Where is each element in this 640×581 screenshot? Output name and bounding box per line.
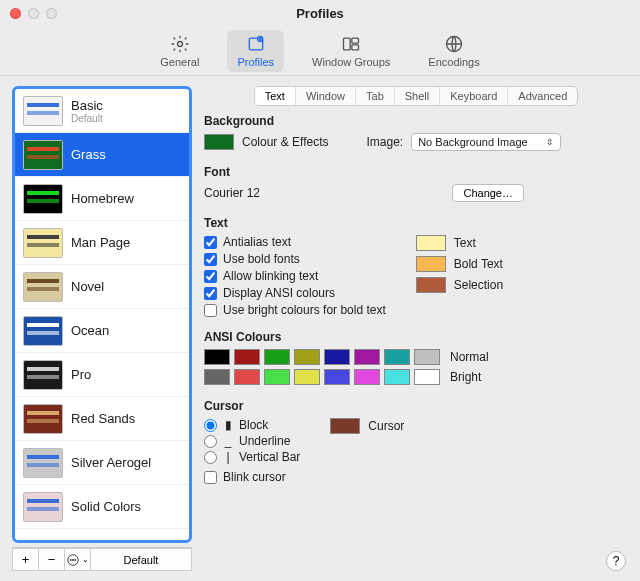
- toolbar-general[interactable]: General: [150, 30, 209, 72]
- profile-thumbnail: [23, 96, 63, 126]
- profile-thumbnail: [23, 228, 63, 258]
- profile-thumbnail: [23, 448, 63, 478]
- prefs-toolbar: General Profiles Window Groups Encodings: [0, 26, 640, 76]
- profile-item[interactable]: Man Page: [15, 221, 189, 265]
- toolbar-encodings[interactable]: Encodings: [418, 30, 489, 72]
- main-panel: TextWindowTabShellKeyboardAdvanced Backg…: [204, 86, 628, 571]
- add-profile-button[interactable]: +: [12, 548, 38, 571]
- window-groups-icon: [341, 34, 361, 54]
- profile-item[interactable]: Silver Aerogel: [15, 441, 189, 485]
- ansi-color-well[interactable]: [354, 369, 380, 385]
- profile-item[interactable]: Red Sands: [15, 397, 189, 441]
- profile-name: Pro: [71, 367, 91, 382]
- chevron-down-icon: ⌄: [82, 555, 89, 564]
- profile-tab[interactable]: Window: [296, 87, 356, 105]
- background-color-label: Colour & Effects: [242, 135, 328, 149]
- background-image-select[interactable]: No Background Image ⇳: [411, 133, 561, 151]
- ansi-color-well[interactable]: [414, 369, 440, 385]
- updown-icon: ⇳: [546, 137, 554, 147]
- profiles-icon: [246, 34, 266, 54]
- profile-tab[interactable]: Text: [255, 87, 296, 105]
- bold-text-color-well[interactable]: [416, 256, 446, 272]
- change-font-button[interactable]: Change…: [452, 184, 524, 202]
- toolbar-window-groups[interactable]: Window Groups: [302, 30, 400, 72]
- ansi-heading: ANSI Colours: [204, 330, 628, 344]
- selection-color-well[interactable]: [416, 277, 446, 293]
- profile-thumbnail: [23, 404, 63, 434]
- bright-bold-checkbox[interactable]: Use bright colours for bold text: [204, 303, 386, 317]
- cursor-block-radio[interactable]: ▮Block: [204, 418, 300, 432]
- profile-item[interactable]: Ocean: [15, 309, 189, 353]
- profile-tab[interactable]: Advanced: [508, 87, 577, 105]
- content-area: BasicDefaultGrassHomebrewMan PageNovelOc…: [0, 76, 640, 581]
- text-color-well[interactable]: [416, 235, 446, 251]
- ansi-color-well[interactable]: [264, 369, 290, 385]
- profile-thumbnail: [23, 184, 63, 214]
- ansi-color-well[interactable]: [264, 349, 290, 365]
- block-cursor-icon: ▮: [223, 418, 233, 432]
- profile-tab[interactable]: Tab: [356, 87, 395, 105]
- ansi-color-well[interactable]: [324, 369, 350, 385]
- ansi-section: ANSI Colours Normal Bright: [204, 330, 628, 389]
- cursor-heading: Cursor: [204, 399, 628, 413]
- ansi-color-well[interactable]: [294, 349, 320, 365]
- bold-fonts-checkbox[interactable]: Use bold fonts: [204, 252, 386, 266]
- titlebar: Profiles: [0, 0, 640, 26]
- ansi-colours-checkbox[interactable]: Display ANSI colours: [204, 286, 386, 300]
- svg-point-8: [70, 559, 71, 560]
- profile-name: Basic: [71, 98, 103, 113]
- profile-tab[interactable]: Shell: [395, 87, 440, 105]
- profile-tabs: TextWindowTabShellKeyboardAdvanced: [204, 86, 628, 106]
- text-heading: Text: [204, 216, 628, 230]
- profile-name: Solid Colors: [71, 499, 141, 514]
- profile-item[interactable]: BasicDefault: [15, 89, 189, 133]
- profile-thumbnail: [23, 272, 63, 302]
- text-section: Text Antialias text Use bold fonts Allow…: [204, 216, 628, 320]
- background-section: Background Colour & Effects Image: No Ba…: [204, 114, 628, 155]
- profile-tab[interactable]: Keyboard: [440, 87, 508, 105]
- profile-name: Ocean: [71, 323, 109, 338]
- profile-name: Silver Aerogel: [71, 455, 151, 470]
- ansi-color-well[interactable]: [204, 349, 230, 365]
- profile-item[interactable]: Pro: [15, 353, 189, 397]
- font-value: Courier 12: [204, 186, 260, 200]
- set-default-button[interactable]: Default: [90, 548, 192, 571]
- profile-thumbnail: [23, 492, 63, 522]
- svg-rect-4: [352, 38, 359, 43]
- ansi-color-well[interactable]: [354, 349, 380, 365]
- ansi-color-well[interactable]: [294, 369, 320, 385]
- profile-item[interactable]: Homebrew: [15, 177, 189, 221]
- profile-item[interactable]: Solid Colors: [15, 485, 189, 529]
- cursor-color-well[interactable]: [330, 418, 360, 434]
- remove-profile-button[interactable]: −: [38, 548, 64, 571]
- ansi-color-well[interactable]: [204, 369, 230, 385]
- ansi-color-well[interactable]: [234, 349, 260, 365]
- profile-item[interactable]: Grass: [15, 133, 189, 177]
- profile-actions-menu[interactable]: ⌄: [64, 548, 90, 571]
- font-heading: Font: [204, 165, 628, 179]
- ellipsis-circle-icon: [66, 553, 80, 567]
- profile-subtitle: Default: [71, 113, 103, 124]
- cursor-vbar-radio[interactable]: |Vertical Bar: [204, 450, 300, 464]
- svg-rect-5: [352, 44, 359, 49]
- svg-point-0: [177, 41, 182, 46]
- ansi-color-well[interactable]: [384, 369, 410, 385]
- profile-list[interactable]: BasicDefaultGrassHomebrewMan PageNovelOc…: [12, 86, 192, 543]
- blink-cursor-checkbox[interactable]: Blink cursor: [204, 470, 300, 484]
- ansi-color-well[interactable]: [384, 349, 410, 365]
- toolbar-profiles[interactable]: Profiles: [227, 30, 284, 72]
- svg-rect-3: [344, 38, 351, 50]
- cursor-underline-radio[interactable]: _Underline: [204, 434, 300, 448]
- ansi-color-well[interactable]: [414, 349, 440, 365]
- antialias-checkbox[interactable]: Antialias text: [204, 235, 386, 249]
- window-title: Profiles: [0, 6, 640, 21]
- blinking-text-checkbox[interactable]: Allow blinking text: [204, 269, 386, 283]
- help-button[interactable]: ?: [606, 551, 626, 571]
- ansi-color-well[interactable]: [234, 369, 260, 385]
- profile-item[interactable]: Novel: [15, 265, 189, 309]
- background-color-well[interactable]: [204, 134, 234, 150]
- profile-name: Homebrew: [71, 191, 134, 206]
- profile-name: Man Page: [71, 235, 130, 250]
- ansi-color-well[interactable]: [324, 349, 350, 365]
- cursor-section: Cursor ▮Block _Underline |Vertical Bar B…: [204, 399, 628, 487]
